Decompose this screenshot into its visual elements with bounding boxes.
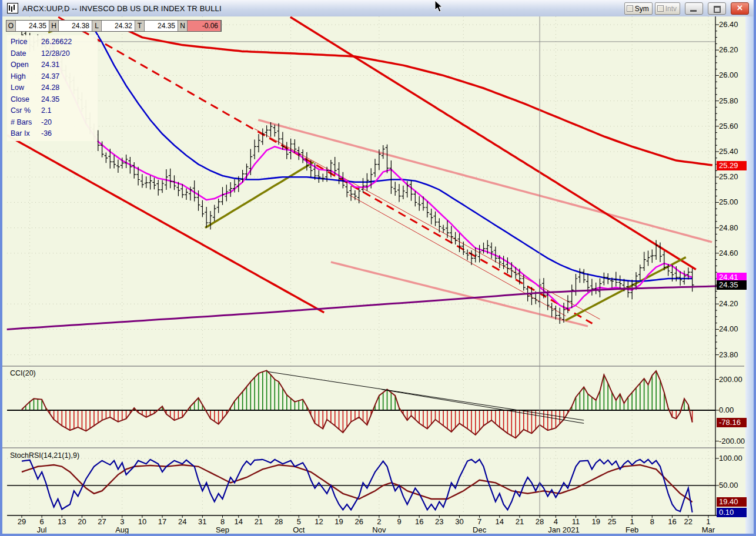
price-tick-label: 26.20 bbox=[719, 45, 738, 54]
quote-label-T: T bbox=[135, 21, 145, 31]
price-tick-label: 24.20 bbox=[719, 299, 738, 308]
data-window-row: High24.37 bbox=[11, 71, 98, 83]
app-chart-icon bbox=[7, 3, 18, 14]
price-tick-label: 25.20 bbox=[719, 172, 738, 181]
cci-panel-label: CCI(20) bbox=[10, 369, 36, 377]
chart-canvas[interactable] bbox=[2, 16, 754, 534]
quote-label-H: H bbox=[49, 21, 59, 31]
data-window-row: Date12/28/20 bbox=[11, 48, 98, 60]
date-tick-label: 19 bbox=[591, 517, 600, 526]
price-tick-label: 26.00 bbox=[719, 71, 738, 79]
date-tick-label: 30 bbox=[455, 517, 463, 526]
quote-value-N: -0.06 bbox=[188, 21, 221, 31]
date-tick-label: 27 bbox=[98, 517, 106, 526]
cci-last-value-flag: -78.16 bbox=[717, 418, 747, 427]
date-tick-label: 26 bbox=[354, 517, 363, 526]
date-tick-label: 1 bbox=[706, 517, 710, 526]
date-tick-label: 14 bbox=[496, 517, 504, 526]
date-tick-label: 10 bbox=[138, 517, 146, 526]
quote-value-O: 24.35 bbox=[16, 21, 49, 31]
titlebar[interactable]: ARCX:UUP,D -- INVESCO DB US DLR INDEX TR… bbox=[2, 0, 754, 17]
date-tick-label: 19 bbox=[334, 517, 343, 526]
date-tick-label: 3 bbox=[120, 517, 124, 526]
date-tick-label: 17 bbox=[158, 517, 166, 526]
month-label: Aug bbox=[115, 525, 129, 534]
price-tick-label: 26.40 bbox=[719, 20, 738, 29]
date-tick-label: 9 bbox=[397, 517, 401, 526]
price-flag-25.29: 25.29 bbox=[717, 161, 747, 170]
data-window-row: Close24.35 bbox=[11, 94, 98, 106]
quote-bar: O24.35H24.38L24.32T24.35N-0.06 bbox=[6, 20, 222, 32]
date-tick-label: 23 bbox=[435, 517, 443, 526]
price-tick-label: 24.00 bbox=[719, 324, 738, 333]
date-tick-label: 11 bbox=[572, 517, 580, 526]
price-tick-label: 24.60 bbox=[719, 249, 738, 257]
price-flag-24.35: 24.35 bbox=[717, 280, 747, 290]
data-window-row: Bar Ix-36 bbox=[11, 128, 98, 140]
cci-tick-label: 0.00 bbox=[719, 406, 734, 414]
data-window-row: Low24.28 bbox=[11, 82, 98, 94]
data-window-row: # Bars-20 bbox=[11, 117, 98, 129]
date-tick-label: 7 bbox=[477, 517, 481, 526]
price-tick-label: 23.80 bbox=[719, 350, 738, 359]
quote-label-L: L bbox=[92, 21, 102, 31]
price-tick-label: 25.80 bbox=[719, 96, 738, 105]
sym-button-icon bbox=[627, 5, 633, 12]
date-tick-label: 31 bbox=[198, 517, 206, 526]
date-tick-label: 28 bbox=[275, 517, 283, 526]
stoch-tick-label: 50.00 bbox=[719, 481, 738, 490]
date-tick-label: 4 bbox=[554, 517, 558, 526]
date-tick-label: 24 bbox=[178, 517, 186, 526]
chart-window: ARCX:UUP,D -- INVESCO DB US DLR INDEX TR… bbox=[0, 0, 756, 536]
quote-value-L: 24.32 bbox=[102, 21, 135, 31]
window-title: ARCX:UUP,D -- INVESCO DB US DLR INDEX TR… bbox=[22, 4, 222, 13]
date-tick-label: 12 bbox=[315, 517, 323, 526]
right-window-strip bbox=[745, 16, 754, 534]
date-tick-label: 21 bbox=[255, 517, 263, 526]
date-tick-label: 1 bbox=[630, 517, 634, 526]
chart-area[interactable]: O24.35H24.38L24.32T24.35N-0.06 Price26.2… bbox=[2, 16, 754, 534]
data-window-row: Price26.26622 bbox=[11, 36, 98, 48]
price-tick-label: 25.60 bbox=[719, 122, 738, 130]
date-tick-label: 5 bbox=[297, 517, 301, 526]
quote-label-N: N bbox=[178, 21, 188, 31]
date-tick-label: 14 bbox=[235, 517, 243, 526]
data-window-row: Csr %2.1 bbox=[11, 105, 98, 117]
date-tick-label: 20 bbox=[78, 517, 86, 526]
date-tick-label: 28 bbox=[536, 517, 544, 526]
intv-button-icon bbox=[657, 5, 664, 12]
month-label: Mar bbox=[702, 525, 715, 534]
data-window-tooltip: Price26.26622Date12/28/20Open24.31High24… bbox=[7, 35, 98, 141]
close-button[interactable] bbox=[731, 2, 749, 15]
restore-button[interactable] bbox=[708, 2, 726, 15]
mouse-cursor bbox=[434, 0, 443, 13]
price-tick-label: 25.00 bbox=[719, 197, 738, 206]
stoch-last-value-flag: 0.10 bbox=[717, 508, 747, 517]
month-label: Nov bbox=[372, 525, 386, 534]
date-tick-label: 16 bbox=[668, 517, 676, 526]
date-tick-label: 8 bbox=[650, 517, 654, 526]
cci-tick-label: -200.00 bbox=[719, 437, 745, 445]
quote-value-H: 24.38 bbox=[59, 21, 92, 31]
data-window-row: Open24.31 bbox=[11, 59, 98, 71]
date-tick-label: 6 bbox=[40, 517, 44, 526]
date-tick-label: 25 bbox=[608, 517, 616, 526]
sym-button[interactable]: Sym bbox=[624, 2, 653, 15]
date-tick-label: 22 bbox=[684, 517, 693, 526]
date-tick-label: 13 bbox=[58, 517, 66, 526]
intv-button-label: Intv bbox=[665, 5, 677, 13]
month-label: Jul bbox=[37, 525, 47, 534]
quote-label-O: O bbox=[6, 21, 16, 31]
quote-value-T: 24.35 bbox=[145, 21, 178, 31]
price-tick-label: 25.40 bbox=[719, 147, 738, 156]
intv-button[interactable]: Intv bbox=[655, 2, 680, 15]
month-label: Dec bbox=[473, 525, 486, 534]
month-label: Oct bbox=[293, 525, 305, 534]
month-label: Feb bbox=[625, 525, 638, 534]
month-label: Jan 2021 bbox=[548, 525, 580, 534]
minimize-button[interactable] bbox=[685, 2, 703, 15]
sym-button-label: Sym bbox=[635, 5, 649, 13]
stoch-last-value-flag: 19.40 bbox=[717, 497, 747, 507]
date-tick-label: 29 bbox=[18, 517, 26, 526]
price-tick-label: 24.80 bbox=[719, 223, 738, 232]
